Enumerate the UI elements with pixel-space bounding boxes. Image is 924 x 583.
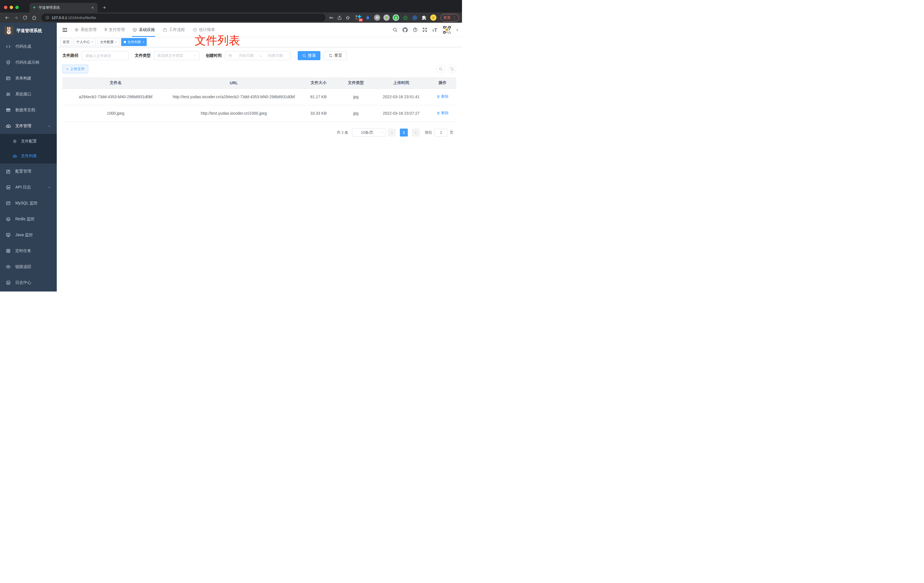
date-range-picker[interactable]: 开始日期 - 结束日期 (225, 51, 290, 60)
sidebar-item-java-monitor[interactable]: Java 监控 (0, 227, 57, 243)
site-info-icon[interactable] (45, 16, 50, 20)
sidebar-collapse-button[interactable] (61, 27, 69, 33)
cell-url: http://test.yudao.iocoder.cn/1000.jpeg (169, 105, 299, 122)
extension-star-icon[interactable] (402, 15, 408, 21)
tag-close-icon[interactable]: × (115, 40, 117, 44)
sidebar-item-label: Redis 监控 (15, 216, 35, 222)
tag-close-icon[interactable]: × (142, 40, 144, 44)
show-search-toggle-button[interactable] (436, 65, 445, 73)
browser-toolbar: 127.0.0.1:1024/infra/file/file 11 ⌘ (0, 13, 462, 23)
tag-label: 个人中心 (76, 40, 90, 45)
url-path: :1024/infra/file/file (67, 16, 96, 20)
page-size-select[interactable]: 10条/页 (352, 128, 386, 137)
extension-command-icon[interactable]: ⌘ (374, 15, 380, 21)
topnav-item-infra[interactable]: 基础设施 (129, 23, 158, 37)
search-icon[interactable] (393, 27, 398, 32)
delete-button[interactable]: 删除 (436, 94, 449, 99)
refresh-table-button[interactable] (448, 65, 456, 73)
fullscreen-icon[interactable] (422, 27, 427, 32)
sidebar-item-trace[interactable]: 链路追踪 (0, 259, 57, 275)
layers-icon (6, 216, 11, 222)
tag-file-list[interactable]: 文件列表 × (121, 38, 147, 46)
browser-tab-strip: 芋道管理系统 × + (0, 0, 462, 13)
command-glyph: ⌘ (375, 16, 379, 20)
chevron-down-icon (380, 131, 383, 134)
tag-close-icon[interactable]: × (91, 40, 93, 44)
forward-button[interactable] (12, 13, 20, 21)
chrome-update-button[interactable]: 更新 ⋮ (441, 14, 459, 21)
extension-grid-icon[interactable]: 11 (355, 15, 361, 21)
avatar-dropdown-caret[interactable]: ▾ (456, 28, 458, 32)
search-button[interactable]: 搜索 (298, 51, 320, 60)
extension-puzzle-icon[interactable] (421, 15, 427, 21)
goto-page-input[interactable] (434, 129, 447, 137)
font-size-icon[interactable] (432, 27, 437, 33)
sidebar-item-file-manage[interactable]: 文件管理 (0, 118, 57, 134)
sidebar-item-label: 文件管理 (15, 124, 31, 129)
sidebar-item-scheduled-task[interactable]: 定时任务 (0, 243, 57, 259)
tab-title: 芋道管理系统 (39, 5, 88, 10)
sidebar-item-code-demo[interactable]: 代码生成示例 (0, 55, 57, 70)
topnav-item-workflow[interactable]: 工作流程 (158, 23, 189, 37)
browser-menu-icon[interactable]: ⋮ (452, 15, 456, 20)
file-type-select[interactable]: 请选择文件类型 (154, 51, 200, 60)
address-bar[interactable]: 127.0.0.1:1024/infra/file/file (41, 13, 325, 21)
bookmark-star-icon[interactable] (345, 15, 350, 20)
pagination: 共 2 条 10条/页 ‹ 1 › 前往 页 (63, 128, 456, 137)
sidebar-item-system-api[interactable]: 系统接口 (0, 86, 57, 102)
tab-close-icon[interactable]: × (90, 5, 95, 10)
back-button[interactable] (3, 13, 11, 21)
tag-file-config[interactable]: 文件配置 × (97, 38, 119, 46)
sidebar-item-log-center[interactable]: 日志中心 (0, 275, 57, 291)
col-file-size: 文件大小 (299, 77, 338, 89)
extension-drop-icon[interactable] (365, 15, 371, 21)
sidebar-item-form-builder[interactable]: 表单构建 (0, 70, 57, 86)
tag-label: 文件列表 (127, 40, 141, 45)
date-end-placeholder[interactable]: 结束日期 (264, 53, 287, 58)
sidebar-item-file-list[interactable]: 文件列表 (0, 149, 57, 164)
date-start-placeholder[interactable]: 开始日期 (234, 53, 258, 58)
topnav-item-system[interactable]: 系统管理 (70, 23, 101, 37)
home-button[interactable] (30, 13, 38, 21)
topnav-item-pay[interactable]: ¥ 支付管理 (101, 23, 129, 37)
extension-y-icon[interactable]: y (393, 15, 399, 21)
current-page-button[interactable]: 1 (400, 129, 408, 137)
table-toolbar: + 上传文件 (63, 65, 456, 73)
tag-profile[interactable]: 个人中心 × (74, 38, 96, 46)
cell-upload-time: 2022-03-16 23:07:27 (373, 105, 429, 122)
goto-label: 前往 (425, 130, 432, 135)
extension-gray-circle-icon[interactable] (383, 15, 389, 21)
file-path-input[interactable] (82, 51, 129, 60)
prev-page-button[interactable]: ‹ (388, 129, 396, 137)
sidebar-item-api-log[interactable]: API 日志 (0, 179, 57, 195)
sidebar-item-db-doc[interactable]: 数据库文档 (0, 102, 57, 118)
reload-button[interactable] (21, 13, 29, 21)
sidebar-item-code-generate[interactable]: 代码生成 (0, 39, 57, 55)
zoom-window-button[interactable] (15, 6, 19, 9)
password-key-icon[interactable] (329, 15, 334, 20)
new-tab-button[interactable]: + (101, 5, 108, 11)
topnav-item-report[interactable]: 统计报表 (189, 23, 219, 37)
browser-chrome: 芋道管理系统 × + 127.0.0.1:1024/infra/file/fil… (0, 0, 462, 23)
gear-icon (13, 139, 17, 144)
sidebar-item-mysql-monitor[interactable]: MySQL 监控 (0, 195, 57, 211)
minimize-window-button[interactable] (10, 6, 13, 9)
close-window-button[interactable] (4, 6, 7, 9)
help-icon[interactable] (412, 27, 418, 32)
github-icon[interactable] (402, 27, 408, 33)
browser-tab[interactable]: 芋道管理系统 × (30, 3, 97, 13)
next-page-button[interactable]: › (412, 129, 420, 137)
extension-eye-icon[interactable] (411, 15, 418, 21)
sidebar-item-file-config[interactable]: 文件配置 (0, 134, 57, 149)
delete-button[interactable]: 删除 (436, 110, 449, 116)
profile-emoji-avatar[interactable] (430, 15, 436, 21)
total-count: 共 2 条 (337, 130, 348, 135)
sidebar-item-redis-monitor[interactable]: Redis 监控 (0, 211, 57, 227)
tag-home[interactable]: 首页 (60, 38, 72, 46)
reset-button[interactable]: 重置 (324, 51, 347, 60)
sidebar-item-config-manage[interactable]: 配置管理 (0, 164, 57, 179)
cell-url: http://test.yudao.iocoder.cn/a294ecb2-73… (169, 89, 299, 105)
upload-file-button[interactable]: + 上传文件 (63, 65, 88, 73)
share-icon[interactable] (337, 15, 342, 20)
user-avatar-qr[interactable] (442, 25, 452, 35)
